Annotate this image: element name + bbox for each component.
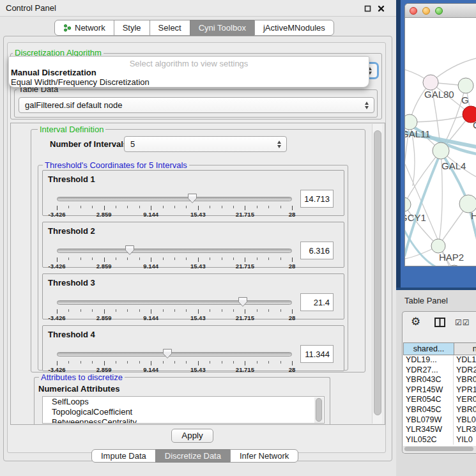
scale-label: 2.859 bbox=[96, 211, 112, 218]
slider-track[interactable] bbox=[57, 300, 292, 305]
network-icon bbox=[63, 24, 72, 32]
table-row[interactable]: YER054CYER0 bbox=[403, 395, 476, 405]
attribute-item[interactable]: BetweennessCentrality bbox=[43, 417, 324, 424]
tab-network[interactable]: Network bbox=[54, 20, 114, 36]
threshold-value-field[interactable] bbox=[300, 345, 334, 363]
threshold-value-field[interactable] bbox=[300, 293, 334, 311]
table-row[interactable]: YBL079WYBL0 bbox=[403, 415, 476, 426]
tick-mark bbox=[292, 361, 293, 365]
dropdown-option-manual-discretization[interactable]: Manual Discretization bbox=[9, 68, 369, 77]
tick-mark bbox=[104, 257, 105, 262]
scrollbar-thumb[interactable] bbox=[316, 398, 322, 422]
tab-style[interactable]: Style bbox=[114, 20, 150, 36]
numerical-attributes-list[interactable]: SelfLoopsTopologicalCoefficientBetweenne… bbox=[42, 396, 325, 424]
table-row[interactable]: YDL19...YDL1 bbox=[403, 355, 476, 365]
attributes-scrollbar[interactable] bbox=[314, 397, 323, 424]
table-data-combobox[interactable]: galFiltered.sif default node bbox=[19, 97, 374, 113]
threshold-value-field[interactable] bbox=[300, 190, 334, 208]
minimize-traffic-light-icon[interactable] bbox=[422, 7, 430, 15]
tab-jactivemnodules[interactable]: jActiveMNodules bbox=[254, 20, 334, 36]
slider-thumb[interactable] bbox=[187, 193, 197, 204]
threshold-panel-3: Threshold 3-3.4262.8599.14415.4321.71528 bbox=[42, 273, 344, 319]
gear-icon[interactable]: ⚙ bbox=[411, 315, 420, 328]
cell-shared-name: YBR043C bbox=[403, 375, 454, 385]
threshold-slider[interactable]: -3.4262.8599.14415.4321.71528 bbox=[57, 349, 292, 372]
tick-mark bbox=[81, 257, 81, 260]
cell-shared-name: YDL19... bbox=[403, 355, 454, 365]
scrollbar-thumb[interactable] bbox=[374, 130, 381, 415]
network-node-gcy1[interactable] bbox=[405, 197, 411, 211]
slider-track[interactable] bbox=[57, 352, 292, 357]
dropdown-option-equal-width-frequency[interactable]: Equal Width/Frequency Discretization bbox=[9, 77, 369, 87]
scrollbar-thumb[interactable] bbox=[404, 447, 473, 451]
threshold-slider[interactable]: -3.4262.8599.14415.4321.71528 bbox=[57, 245, 292, 268]
column-header-name[interactable]: name bbox=[454, 342, 476, 355]
select-columns-checkbox-icons[interactable]: ☑☑ bbox=[455, 318, 470, 327]
table-horizontal-scrollbar[interactable] bbox=[403, 446, 476, 452]
table-row[interactable]: YDR27...YDR2 bbox=[403, 365, 476, 376]
tab-impute-data[interactable]: Impute Data bbox=[91, 449, 156, 463]
tab-discretize-data[interactable]: Discretize Data bbox=[155, 449, 231, 463]
column-header-shared-name[interactable]: shared... bbox=[403, 342, 454, 355]
threshold-slider[interactable]: -3.4262.8599.14415.4321.71528 bbox=[57, 297, 292, 320]
network-window-titlebar[interactable] bbox=[405, 4, 476, 18]
settings-scroll-area: Interval Definition Number of Intervals … bbox=[10, 123, 385, 425]
slider-track[interactable] bbox=[57, 249, 292, 253]
zoom-traffic-light-icon[interactable] bbox=[435, 7, 443, 15]
network-node-gal80[interactable] bbox=[423, 75, 438, 90]
slider-thumb[interactable] bbox=[125, 245, 135, 256]
float-window-icon[interactable] bbox=[364, 4, 372, 12]
table-row[interactable]: YBR045CYBR0 bbox=[403, 405, 476, 415]
tab-select[interactable]: Select bbox=[150, 20, 190, 36]
settings-vertical-scrollbar[interactable] bbox=[372, 124, 382, 424]
tab-cyni-toolbox[interactable]: Cyni Toolbox bbox=[190, 20, 255, 36]
tick-mark bbox=[116, 309, 116, 312]
tick-mark bbox=[174, 206, 175, 208]
tab-infer-network[interactable]: Infer Network bbox=[230, 449, 298, 463]
tick-mark bbox=[268, 361, 269, 364]
tick-mark bbox=[245, 309, 245, 314]
column-layout-icon[interactable] bbox=[434, 318, 445, 329]
network-edge[interactable] bbox=[410, 114, 471, 122]
tick-mark bbox=[280, 309, 281, 312]
network-node-label: H bbox=[471, 210, 476, 221]
tick-mark bbox=[163, 309, 164, 312]
tick-mark bbox=[116, 361, 116, 364]
network-node-gal4[interactable] bbox=[433, 142, 449, 159]
table-row[interactable]: YBR043CYBR0 bbox=[403, 375, 476, 385]
tick-mark bbox=[222, 361, 222, 364]
cell-name: YLR3 bbox=[454, 425, 476, 435]
tick-mark bbox=[92, 206, 93, 208]
tick-mark bbox=[127, 206, 128, 208]
apply-button[interactable]: Apply bbox=[171, 429, 213, 443]
network-node-label: GCY1 bbox=[405, 212, 426, 223]
slider-track[interactable] bbox=[57, 197, 292, 201]
tick-mark bbox=[233, 206, 234, 208]
control-panel-titlebar: Control Panel bbox=[0, 0, 396, 17]
attribute-item[interactable]: TopologicalCoefficient bbox=[43, 407, 324, 417]
tick-mark bbox=[127, 361, 128, 364]
interval-definition-title: Interval Definition bbox=[38, 125, 105, 134]
tick-mark bbox=[198, 206, 199, 210]
cell-shared-name: YLR345W bbox=[403, 425, 454, 435]
tick-mark bbox=[163, 361, 164, 364]
table-row[interactable]: YIL052CYIL0 bbox=[403, 435, 476, 445]
threshold-slider[interactable]: -3.4262.8599.14415.4321.71528 bbox=[57, 194, 292, 217]
slider-thumb[interactable] bbox=[238, 296, 248, 307]
network-node-hap2[interactable] bbox=[431, 239, 445, 253]
scale-label: 28 bbox=[289, 366, 296, 373]
network-node-g[interactable] bbox=[458, 78, 473, 93]
close-icon[interactable] bbox=[378, 4, 385, 12]
slider-scale: -3.4262.8599.14415.4321.71528 bbox=[57, 314, 292, 322]
attribute-item[interactable]: SelfLoops bbox=[43, 397, 324, 407]
slider-thumb[interactable] bbox=[162, 348, 173, 359]
network-canvas-svg[interactable]: GAL80GCGAL11GAL4GCY1HHAP2 bbox=[405, 19, 476, 266]
tick-mark bbox=[210, 257, 210, 260]
network-node-label: C bbox=[473, 119, 476, 130]
table-row[interactable]: YPR145WYPR1 bbox=[403, 385, 476, 395]
threshold-value-field[interactable] bbox=[300, 242, 334, 259]
number-of-intervals-combobox[interactable]: 5 bbox=[124, 136, 287, 152]
close-traffic-light-icon[interactable] bbox=[410, 7, 417, 15]
network-node-gal11[interactable] bbox=[405, 114, 417, 130]
table-row[interactable]: YLR345WYLR3 bbox=[403, 425, 476, 435]
